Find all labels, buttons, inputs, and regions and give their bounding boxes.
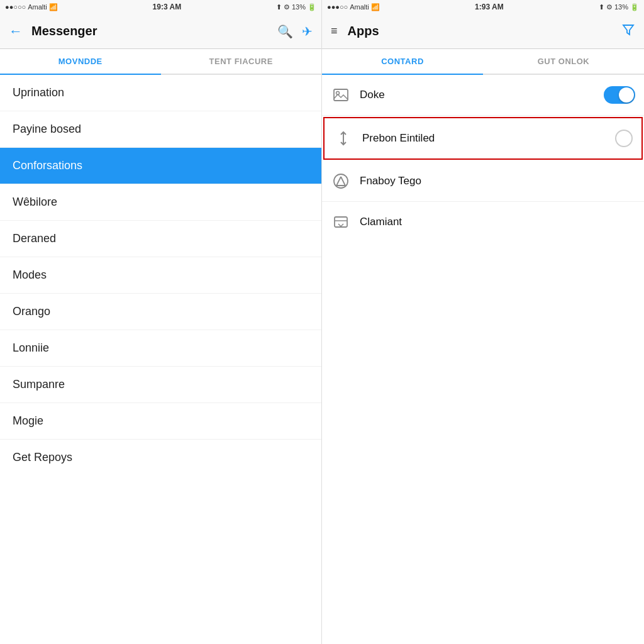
tab-gut-onlok[interactable]: Gut Onlok	[483, 49, 644, 74]
doke-label: Doke	[360, 89, 595, 101]
triangle-icon	[332, 172, 350, 190]
wifi-icon: 📶	[49, 3, 58, 11]
list-item-lonniie[interactable]: Lonniie	[0, 330, 321, 367]
svg-rect-5	[335, 217, 347, 227]
right-time: 1:93 AM	[475, 3, 504, 11]
prebon-toggle[interactable]	[615, 130, 633, 147]
app-item-prebon[interactable]: Prebon Eintiled	[323, 117, 643, 160]
clamiant-icon-wrap	[331, 212, 351, 232]
nav-icons: 🔍 ✈	[277, 24, 313, 39]
list-item-deraned[interactable]: Deraned	[0, 221, 321, 257]
filter-icon[interactable]	[621, 23, 635, 40]
app-item-clamiant[interactable]: Clamiant	[322, 202, 644, 242]
settings-icon-right: ⚙	[606, 3, 613, 11]
left-list: Uprination Payine bosed Conforsations Wê…	[0, 75, 321, 644]
list-item-orango[interactable]: Orango	[0, 294, 321, 330]
arrows-icon	[335, 130, 352, 147]
list-item-payine[interactable]: Payine bosed	[0, 111, 321, 148]
send-icon[interactable]: ✈	[302, 24, 313, 39]
list-item-sumpanre[interactable]: Sumpanre	[0, 367, 321, 403]
right-status-left: ●●●○○ Amalti 📶	[327, 3, 380, 11]
location-icon-right: ⬆	[599, 3, 604, 11]
svg-marker-0	[623, 25, 633, 35]
doke-icon-wrap	[331, 85, 351, 105]
signal-dots: ●●○○○	[5, 3, 26, 11]
battery-left: 13%	[292, 3, 306, 11]
menu-icon[interactable]: ≡	[331, 25, 338, 38]
app-item-doke[interactable]: Doke	[322, 75, 644, 116]
list-item-uprination[interactable]: Uprination	[0, 75, 321, 111]
box-arrow-icon	[332, 213, 350, 231]
list-item-webilore[interactable]: Wêbilore	[0, 184, 321, 221]
fnaboy-icon-wrap	[331, 171, 351, 191]
messenger-title: Messenger	[31, 24, 271, 38]
left-status-left: ●●○○○ Amalti 📶	[5, 3, 58, 11]
fnaboy-label: Fnaboy Tego	[360, 175, 635, 187]
carrier-right: Amalti	[350, 3, 369, 11]
location-icon-left: ⬆	[276, 3, 282, 11]
apps-list: Doke Prebon Eintiled	[322, 75, 644, 644]
tab-movndde[interactable]: Movndde	[0, 49, 161, 75]
wifi-icon-right: 📶	[371, 3, 380, 11]
right-tabs: Contard Gut Onlok	[322, 49, 644, 75]
svg-rect-1	[334, 89, 348, 101]
left-time: 19:3 AM	[153, 3, 182, 11]
image-icon	[332, 86, 350, 104]
battery-icon-left: 🔋	[308, 3, 316, 11]
doke-toggle[interactable]	[604, 86, 635, 104]
app-item-fnaboy[interactable]: Fnaboy Tego	[322, 161, 644, 202]
left-panel: ●●○○○ Amalti 📶 19:3 AM ⬆ ⚙ 13% 🔋 ← Messe…	[0, 0, 322, 644]
right-status-bar: ●●●○○ Amalti 📶 1:93 AM ⬆ ⚙ 13% 🔋	[322, 0, 644, 14]
left-status-bar: ●●○○○ Amalti 📶 19:3 AM ⬆ ⚙ 13% 🔋	[0, 0, 321, 14]
list-item-get-repoys[interactable]: Get Repoys	[0, 440, 321, 475]
apps-title: Apps	[348, 24, 615, 38]
left-nav-bar: ← Messenger 🔍 ✈	[0, 14, 321, 49]
list-item-modes[interactable]: Modes	[0, 257, 321, 294]
right-panel: ●●●○○ Amalti 📶 1:93 AM ⬆ ⚙ 13% 🔋 ≡ Apps …	[322, 0, 644, 644]
battery-right: 13%	[614, 3, 628, 11]
search-icon[interactable]: 🔍	[277, 24, 293, 39]
tab-contard[interactable]: Contard	[322, 49, 483, 75]
right-nav-bar: ≡ Apps	[322, 14, 644, 49]
right-status-right: ⬆ ⚙ 13% 🔋	[599, 3, 639, 11]
left-status-right: ⬆ ⚙ 13% 🔋	[276, 3, 316, 11]
carrier-left: Amalti	[28, 3, 47, 11]
left-tabs: Movndde Tent Fiacure	[0, 49, 321, 75]
battery-icon-right: 🔋	[630, 3, 639, 11]
toggle-knob	[619, 87, 634, 103]
tab-tent-fiacure[interactable]: Tent Fiacure	[161, 49, 322, 74]
signal-dots-right: ●●●○○	[327, 3, 348, 11]
prebon-label: Prebon Eintiled	[362, 132, 606, 145]
list-item-mogie[interactable]: Mogie	[0, 403, 321, 440]
back-button[interactable]: ←	[9, 23, 23, 40]
list-item-conforsations[interactable]: Conforsations	[0, 148, 321, 184]
settings-icon-left: ⚙	[284, 3, 290, 11]
clamiant-label: Clamiant	[360, 216, 635, 228]
prebon-icon-wrap	[333, 128, 353, 148]
